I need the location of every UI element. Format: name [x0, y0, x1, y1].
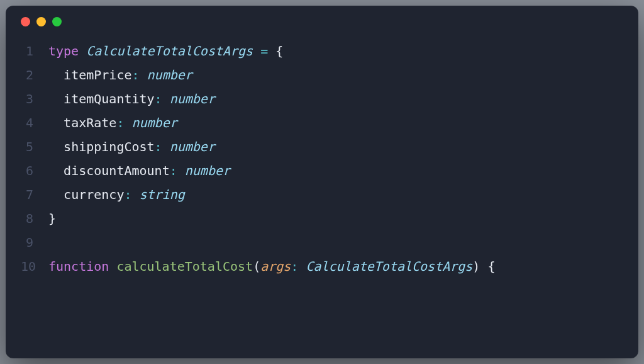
- code-line: 6 discountAmount: number: [21, 159, 623, 183]
- line-number: 7: [21, 183, 48, 207]
- parameter-name: args: [260, 259, 291, 274]
- code-content: function calculateTotalCost(args: Calcul…: [48, 254, 623, 278]
- code-window: 1 type CalculateTotalCostArgs = { 2 item…: [6, 6, 638, 358]
- minimize-icon[interactable]: [36, 17, 46, 26]
- line-number: 2: [21, 63, 48, 87]
- property-name: itemQuantity: [64, 91, 155, 106]
- function-name: calculateTotalCost: [116, 259, 253, 274]
- code-line: 7 currency: string: [21, 183, 623, 207]
- brace-close: }: [48, 211, 56, 226]
- paren-open: (: [253, 259, 260, 274]
- code-line: 10 function calculateTotalCost(args: Cal…: [21, 254, 623, 278]
- type-name: CalculateTotalCostArgs: [306, 259, 472, 274]
- code-line: 4 taxRate: number: [21, 111, 623, 135]
- code-content: discountAmount: number: [48, 159, 623, 183]
- brace-open: {: [487, 259, 495, 274]
- colon: :: [131, 67, 139, 82]
- colon: :: [291, 259, 298, 274]
- line-number: 5: [21, 135, 48, 159]
- code-line: 5 shippingCost: number: [21, 135, 623, 159]
- property-name: itemPrice: [64, 67, 131, 82]
- titlebar: [6, 17, 638, 39]
- line-number: 10: [21, 254, 48, 278]
- colon: :: [124, 187, 131, 202]
- code-line: 1 type CalculateTotalCostArgs = {: [21, 39, 623, 63]
- property-name: shippingCost: [64, 139, 155, 154]
- line-number: 1: [21, 39, 48, 63]
- keyword-type: type: [48, 43, 79, 59]
- colon: :: [170, 163, 177, 178]
- keyword-function: function: [48, 259, 109, 274]
- type-annotation: number: [170, 91, 215, 106]
- code-content: }: [48, 207, 623, 230]
- line-number: 6: [21, 159, 48, 183]
- type-annotation: number: [185, 163, 230, 178]
- operator-equals: =: [253, 43, 275, 59]
- code-content: itemPrice: number: [48, 63, 623, 87]
- code-content: currency: string: [48, 183, 623, 207]
- type-annotation: string: [140, 187, 185, 202]
- code-content: type CalculateTotalCostArgs = {: [48, 39, 623, 63]
- type-name: CalculateTotalCostArgs: [86, 43, 253, 59]
- code-editor[interactable]: 1 type CalculateTotalCostArgs = { 2 item…: [6, 39, 638, 278]
- code-line: 9: [21, 230, 623, 254]
- code-line: 3 itemQuantity: number: [21, 87, 623, 111]
- paren-close: ): [472, 259, 480, 274]
- property-name: discountAmount: [64, 163, 170, 178]
- line-number: 4: [21, 111, 48, 135]
- colon: :: [116, 115, 124, 130]
- code-line: 8 }: [21, 207, 623, 230]
- code-content: [48, 230, 623, 254]
- line-number: 3: [21, 87, 48, 111]
- colon: :: [155, 139, 162, 154]
- close-icon[interactable]: [21, 17, 30, 26]
- colon: :: [155, 91, 162, 106]
- property-name: taxRate: [64, 115, 116, 130]
- line-number: 9: [21, 230, 48, 254]
- maximize-icon[interactable]: [52, 17, 62, 26]
- property-name: currency: [64, 187, 124, 202]
- type-annotation: number: [147, 67, 192, 82]
- line-number: 8: [21, 207, 48, 230]
- type-annotation: number: [131, 115, 177, 130]
- type-annotation: number: [170, 139, 215, 154]
- code-content: taxRate: number: [48, 111, 623, 135]
- code-line: 2 itemPrice: number: [21, 63, 623, 87]
- brace-open: {: [275, 43, 283, 59]
- code-content: itemQuantity: number: [48, 87, 623, 111]
- code-content: shippingCost: number: [48, 135, 623, 159]
